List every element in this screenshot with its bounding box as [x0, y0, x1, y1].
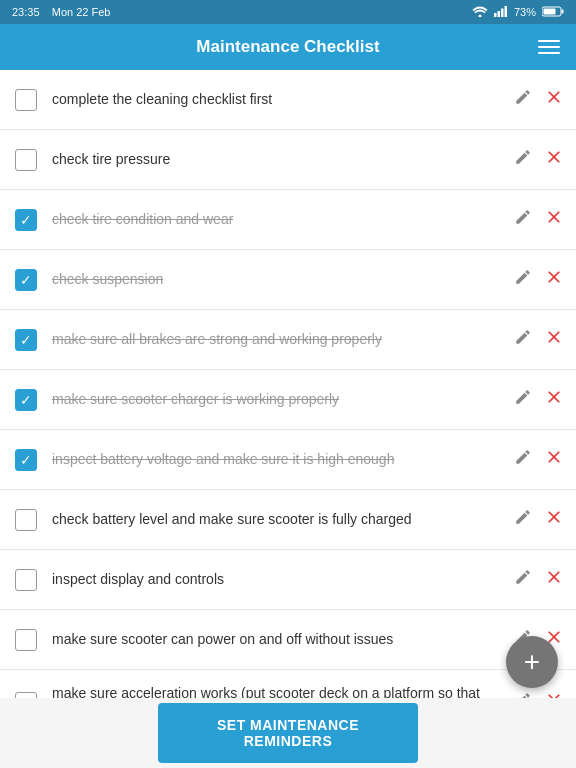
page-title: Maintenance Checklist: [196, 37, 379, 57]
checkbox-1[interactable]: [12, 86, 40, 114]
edit-icon-2[interactable]: [514, 148, 532, 171]
delete-icon-2[interactable]: [544, 147, 564, 172]
item-text-6: make sure scooter charger is working pro…: [52, 390, 504, 409]
checkbox-4[interactable]: ✓: [12, 266, 40, 294]
edit-icon-1[interactable]: [514, 88, 532, 111]
item-text-5: make sure all brakes are strong and work…: [52, 330, 504, 349]
edit-icon-9[interactable]: [514, 568, 532, 591]
item-actions-2: [514, 147, 564, 172]
checkbox-checked: ✓: [15, 269, 37, 291]
checkbox-unchecked: [15, 629, 37, 651]
checkbox-6[interactable]: ✓: [12, 386, 40, 414]
list-item: make sure scooter can power on and off w…: [0, 610, 576, 670]
list-item: ✓make sure scooter charger is working pr…: [0, 370, 576, 430]
list-item: check battery level and make sure scoote…: [0, 490, 576, 550]
item-actions-9: [514, 567, 564, 592]
delete-icon-8[interactable]: [544, 507, 564, 532]
wifi-icon: [472, 6, 488, 19]
delete-icon-1[interactable]: [544, 87, 564, 112]
svg-rect-2: [497, 11, 500, 17]
add-item-fab[interactable]: +: [506, 636, 558, 688]
item-actions-8: [514, 507, 564, 532]
edit-icon-7[interactable]: [514, 448, 532, 471]
checkbox-checked: ✓: [15, 209, 37, 231]
checkbox-unchecked: [15, 569, 37, 591]
list-item: make sure acceleration works (put scoote…: [0, 670, 576, 698]
checkbox-unchecked: [15, 89, 37, 111]
edit-icon-11[interactable]: [514, 691, 532, 698]
menu-icon[interactable]: [538, 40, 560, 54]
delete-icon-3[interactable]: [544, 207, 564, 232]
svg-rect-3: [501, 8, 504, 17]
list-item: ✓check tire condition and wear: [0, 190, 576, 250]
item-text-3: check tire condition and wear: [52, 210, 504, 229]
status-date: Mon 22 Feb: [52, 6, 111, 18]
item-text-11: make sure acceleration works (put scoote…: [52, 684, 504, 698]
status-time-date: 23:35 Mon 22 Feb: [12, 6, 110, 18]
item-actions-11: [514, 690, 564, 698]
set-reminders-button[interactable]: SET MAINTENANCE REMINDERS: [158, 703, 418, 763]
battery-icon: [542, 6, 564, 19]
status-icons: 73%: [472, 6, 564, 19]
checkbox-3[interactable]: ✓: [12, 206, 40, 234]
list-item: check tire pressure: [0, 130, 576, 190]
delete-icon-9[interactable]: [544, 567, 564, 592]
item-actions-5: [514, 327, 564, 352]
checkbox-7[interactable]: ✓: [12, 446, 40, 474]
checkbox-10[interactable]: [12, 626, 40, 654]
svg-rect-6: [562, 9, 564, 13]
item-text-4: check suspension: [52, 270, 504, 289]
delete-icon-7[interactable]: [544, 447, 564, 472]
edit-icon-4[interactable]: [514, 268, 532, 291]
item-text-7: inspect battery voltage and make sure it…: [52, 450, 504, 469]
delete-icon-4[interactable]: [544, 267, 564, 292]
item-actions-6: [514, 387, 564, 412]
checkbox-checked: ✓: [15, 389, 37, 411]
delete-icon-6[interactable]: [544, 387, 564, 412]
edit-icon-6[interactable]: [514, 388, 532, 411]
checkbox-5[interactable]: ✓: [12, 326, 40, 354]
header: Maintenance Checklist: [0, 24, 576, 70]
delete-icon-11[interactable]: [544, 690, 564, 698]
item-actions-3: [514, 207, 564, 232]
item-text-9: inspect display and controls: [52, 570, 504, 589]
checkbox-11[interactable]: [12, 689, 40, 698]
status-time: 23:35: [12, 6, 40, 18]
list-item: ✓check suspension: [0, 250, 576, 310]
edit-icon-3[interactable]: [514, 208, 532, 231]
checkbox-unchecked: [15, 509, 37, 531]
edit-icon-8[interactable]: [514, 508, 532, 531]
item-text-1: complete the cleaning checklist first: [52, 90, 504, 109]
battery-label: 73%: [514, 6, 536, 18]
list-item: ✓make sure all brakes are strong and wor…: [0, 310, 576, 370]
delete-icon-5[interactable]: [544, 327, 564, 352]
checkbox-9[interactable]: [12, 566, 40, 594]
checkbox-checked: ✓: [15, 449, 37, 471]
svg-rect-7: [544, 8, 556, 14]
item-text-8: check battery level and make sure scoote…: [52, 510, 504, 529]
checkbox-8[interactable]: [12, 506, 40, 534]
list-item: complete the cleaning checklist first: [0, 70, 576, 130]
list-item: inspect display and controls: [0, 550, 576, 610]
checkbox-checked: ✓: [15, 329, 37, 351]
item-actions-7: [514, 447, 564, 472]
footer: SET MAINTENANCE REMINDERS: [0, 698, 576, 768]
list-item: ✓inspect battery voltage and make sure i…: [0, 430, 576, 490]
item-actions-1: [514, 87, 564, 112]
status-bar: 23:35 Mon 22 Feb 73%: [0, 0, 576, 24]
checkbox-unchecked: [15, 149, 37, 171]
item-text-10: make sure scooter can power on and off w…: [52, 630, 504, 649]
checkbox-2[interactable]: [12, 146, 40, 174]
signal-icon: [494, 6, 508, 19]
item-actions-4: [514, 267, 564, 292]
svg-rect-4: [504, 6, 507, 17]
edit-icon-5[interactable]: [514, 328, 532, 351]
item-text-2: check tire pressure: [52, 150, 504, 169]
checklist-container: complete the cleaning checklist first ch…: [0, 70, 576, 698]
svg-point-0: [478, 14, 481, 17]
svg-rect-1: [494, 13, 497, 17]
